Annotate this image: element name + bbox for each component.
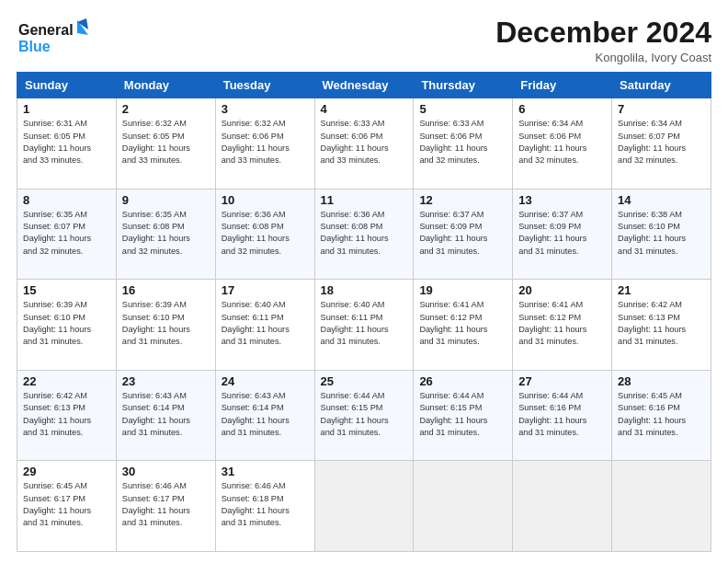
col-sunday: Sunday bbox=[17, 73, 117, 98]
day-info: Sunrise: 6:33 AM Sunset: 6:06 PM Dayligh… bbox=[321, 118, 408, 167]
day-info: Sunrise: 6:36 AM Sunset: 6:08 PM Dayligh… bbox=[222, 209, 309, 258]
col-tuesday: Tuesday bbox=[215, 73, 314, 98]
table-row: 13Sunrise: 6:37 AM Sunset: 6:09 PM Dayli… bbox=[513, 189, 612, 280]
day-info: Sunrise: 6:36 AM Sunset: 6:08 PM Dayligh… bbox=[321, 209, 408, 258]
table-row: 16Sunrise: 6:39 AM Sunset: 6:10 PM Dayli… bbox=[116, 280, 215, 371]
table-row: 18Sunrise: 6:40 AM Sunset: 6:11 PM Dayli… bbox=[314, 280, 414, 371]
day-info: Sunrise: 6:42 AM Sunset: 6:13 PM Dayligh… bbox=[23, 390, 110, 439]
day-number: 27 bbox=[518, 374, 606, 388]
day-number: 30 bbox=[122, 465, 210, 478]
table-row: 28Sunrise: 6:45 AM Sunset: 6:16 PM Dayli… bbox=[612, 370, 711, 461]
day-info: Sunrise: 6:43 AM Sunset: 6:14 PM Dayligh… bbox=[122, 390, 210, 439]
day-number: 23 bbox=[122, 374, 210, 388]
svg-text:General: General bbox=[18, 22, 74, 38]
col-thursday: Thursday bbox=[414, 73, 513, 98]
col-friday: Friday bbox=[513, 73, 612, 98]
day-number: 31 bbox=[222, 465, 309, 478]
table-row: 17Sunrise: 6:40 AM Sunset: 6:11 PM Dayli… bbox=[215, 280, 314, 371]
day-info: Sunrise: 6:31 AM Sunset: 6:05 PM Dayligh… bbox=[23, 118, 110, 167]
table-row: 4Sunrise: 6:33 AM Sunset: 6:06 PM Daylig… bbox=[314, 98, 414, 190]
day-number: 9 bbox=[122, 193, 210, 207]
day-number: 18 bbox=[321, 283, 408, 297]
table-row bbox=[314, 461, 414, 552]
table-row: 2Sunrise: 6:32 AM Sunset: 6:05 PM Daylig… bbox=[116, 98, 215, 190]
day-info: Sunrise: 6:32 AM Sunset: 6:06 PM Dayligh… bbox=[222, 118, 309, 167]
table-row: 9Sunrise: 6:35 AM Sunset: 6:08 PM Daylig… bbox=[116, 189, 215, 280]
table-row: 14Sunrise: 6:38 AM Sunset: 6:10 PM Dayli… bbox=[612, 189, 711, 280]
day-number: 26 bbox=[419, 374, 506, 388]
calendar-week-1: 1Sunrise: 6:31 AM Sunset: 6:05 PM Daylig… bbox=[17, 98, 711, 190]
table-row: 7Sunrise: 6:34 AM Sunset: 6:07 PM Daylig… bbox=[612, 98, 711, 190]
table-row bbox=[612, 461, 711, 552]
table-row: 3Sunrise: 6:32 AM Sunset: 6:06 PM Daylig… bbox=[215, 98, 314, 190]
day-info: Sunrise: 6:40 AM Sunset: 6:11 PM Dayligh… bbox=[222, 299, 309, 348]
day-info: Sunrise: 6:40 AM Sunset: 6:11 PM Dayligh… bbox=[321, 299, 408, 348]
day-info: Sunrise: 6:35 AM Sunset: 6:08 PM Dayligh… bbox=[122, 209, 210, 258]
col-wednesday: Wednesday bbox=[314, 73, 414, 98]
day-info: Sunrise: 6:46 AM Sunset: 6:17 PM Dayligh… bbox=[122, 480, 210, 529]
day-number: 8 bbox=[23, 193, 110, 207]
day-info: Sunrise: 6:41 AM Sunset: 6:12 PM Dayligh… bbox=[518, 299, 606, 348]
day-info: Sunrise: 6:39 AM Sunset: 6:10 PM Dayligh… bbox=[23, 299, 110, 348]
day-number: 11 bbox=[321, 193, 408, 207]
day-info: Sunrise: 6:45 AM Sunset: 6:16 PM Dayligh… bbox=[618, 390, 705, 439]
day-number: 17 bbox=[222, 283, 309, 297]
calendar-week-5: 29Sunrise: 6:45 AM Sunset: 6:17 PM Dayli… bbox=[17, 461, 711, 552]
table-row: 29Sunrise: 6:45 AM Sunset: 6:17 PM Dayli… bbox=[17, 461, 117, 552]
day-number: 13 bbox=[518, 193, 606, 207]
day-info: Sunrise: 6:45 AM Sunset: 6:17 PM Dayligh… bbox=[23, 480, 110, 529]
day-number: 19 bbox=[419, 283, 506, 297]
table-row bbox=[414, 461, 513, 552]
day-info: Sunrise: 6:44 AM Sunset: 6:15 PM Dayligh… bbox=[419, 390, 506, 439]
svg-text:Blue: Blue bbox=[18, 39, 51, 54]
day-info: Sunrise: 6:32 AM Sunset: 6:05 PM Dayligh… bbox=[122, 118, 210, 167]
calendar-week-3: 15Sunrise: 6:39 AM Sunset: 6:10 PM Dayli… bbox=[17, 280, 711, 371]
logo: GeneralBlue bbox=[17, 17, 90, 57]
day-info: Sunrise: 6:34 AM Sunset: 6:07 PM Dayligh… bbox=[618, 118, 705, 167]
table-row: 26Sunrise: 6:44 AM Sunset: 6:15 PM Dayli… bbox=[414, 370, 513, 461]
day-info: Sunrise: 6:42 AM Sunset: 6:13 PM Dayligh… bbox=[618, 299, 705, 348]
day-number: 2 bbox=[122, 102, 210, 116]
header-row: Sunday Monday Tuesday Wednesday Thursday… bbox=[17, 73, 711, 98]
table-row: 25Sunrise: 6:44 AM Sunset: 6:15 PM Dayli… bbox=[314, 370, 414, 461]
day-info: Sunrise: 6:38 AM Sunset: 6:10 PM Dayligh… bbox=[618, 209, 705, 258]
table-row: 23Sunrise: 6:43 AM Sunset: 6:14 PM Dayli… bbox=[116, 370, 215, 461]
day-info: Sunrise: 6:43 AM Sunset: 6:14 PM Dayligh… bbox=[222, 390, 309, 439]
day-number: 7 bbox=[618, 102, 705, 116]
calendar-week-4: 22Sunrise: 6:42 AM Sunset: 6:13 PM Dayli… bbox=[17, 370, 711, 461]
day-number: 25 bbox=[321, 374, 408, 388]
logo-icon: GeneralBlue bbox=[17, 17, 90, 57]
page: GeneralBlue December 2024 Kongolila, Ivo… bbox=[0, 0, 728, 563]
day-info: Sunrise: 6:35 AM Sunset: 6:07 PM Dayligh… bbox=[23, 209, 110, 258]
table-row: 5Sunrise: 6:33 AM Sunset: 6:06 PM Daylig… bbox=[414, 98, 513, 190]
header: GeneralBlue December 2024 Kongolila, Ivo… bbox=[17, 17, 711, 64]
table-row: 15Sunrise: 6:39 AM Sunset: 6:10 PM Dayli… bbox=[17, 280, 117, 371]
table-row: 12Sunrise: 6:37 AM Sunset: 6:09 PM Dayli… bbox=[414, 189, 513, 280]
day-info: Sunrise: 6:37 AM Sunset: 6:09 PM Dayligh… bbox=[419, 209, 506, 258]
month-title: December 2024 bbox=[495, 17, 711, 49]
calendar-table: Sunday Monday Tuesday Wednesday Thursday… bbox=[17, 72, 711, 552]
day-number: 10 bbox=[222, 193, 309, 207]
day-info: Sunrise: 6:44 AM Sunset: 6:15 PM Dayligh… bbox=[321, 390, 408, 439]
table-row: 10Sunrise: 6:36 AM Sunset: 6:08 PM Dayli… bbox=[215, 189, 314, 280]
day-number: 15 bbox=[23, 283, 110, 297]
table-row: 30Sunrise: 6:46 AM Sunset: 6:17 PM Dayli… bbox=[116, 461, 215, 552]
table-row: 24Sunrise: 6:43 AM Sunset: 6:14 PM Dayli… bbox=[215, 370, 314, 461]
day-number: 22 bbox=[23, 374, 110, 388]
col-monday: Monday bbox=[116, 73, 215, 98]
day-number: 24 bbox=[222, 374, 309, 388]
day-number: 3 bbox=[222, 102, 309, 116]
table-row: 21Sunrise: 6:42 AM Sunset: 6:13 PM Dayli… bbox=[612, 280, 711, 371]
day-number: 21 bbox=[618, 283, 705, 297]
col-saturday: Saturday bbox=[612, 73, 711, 98]
day-number: 6 bbox=[518, 102, 606, 116]
table-row: 27Sunrise: 6:44 AM Sunset: 6:16 PM Dayli… bbox=[513, 370, 612, 461]
day-number: 28 bbox=[618, 374, 705, 388]
day-number: 1 bbox=[23, 102, 110, 116]
day-info: Sunrise: 6:37 AM Sunset: 6:09 PM Dayligh… bbox=[518, 209, 606, 258]
table-row: 1Sunrise: 6:31 AM Sunset: 6:05 PM Daylig… bbox=[17, 98, 117, 190]
table-row: 6Sunrise: 6:34 AM Sunset: 6:06 PM Daylig… bbox=[513, 98, 612, 190]
day-info: Sunrise: 6:46 AM Sunset: 6:18 PM Dayligh… bbox=[222, 480, 309, 529]
day-info: Sunrise: 6:33 AM Sunset: 6:06 PM Dayligh… bbox=[419, 118, 506, 167]
day-info: Sunrise: 6:39 AM Sunset: 6:10 PM Dayligh… bbox=[122, 299, 210, 348]
